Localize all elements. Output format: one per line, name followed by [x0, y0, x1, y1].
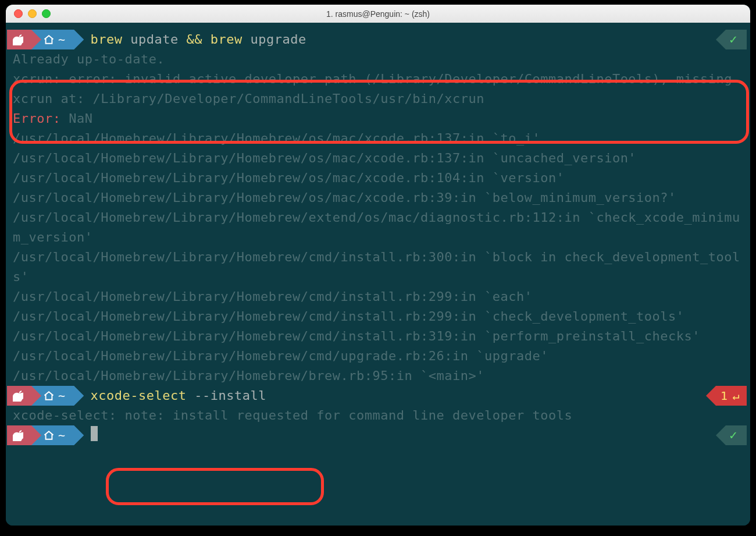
output-xcode-note: xcode-select: note: install requested fo…	[6, 406, 750, 425]
prompt-tilde: ~	[58, 425, 66, 445]
home-icon	[43, 429, 55, 441]
minimize-icon[interactable]	[28, 9, 37, 18]
prompt-path-segment: ~	[31, 30, 74, 49]
return-icon: ↵	[732, 386, 740, 406]
trace-line: /usr/local/Homebrew/Library/Homebrew/cmd…	[6, 326, 750, 346]
output-error-nan: Error: NaN	[6, 109, 750, 129]
prompt-tilde: ~	[58, 386, 66, 406]
titlebar[interactable]: 1. rasmus@Penguin: ~ (zsh)	[6, 5, 750, 23]
trace-line: /usr/local/Homebrew/Library/Homebrew/os/…	[6, 168, 750, 188]
trace-line: /usr/local/Homebrew/Library/Homebrew/os/…	[6, 188, 750, 208]
prompt-os-segment	[7, 386, 31, 406]
exit-code: 1	[721, 386, 728, 406]
check-icon: ✓	[729, 425, 737, 445]
apple-icon	[13, 390, 23, 402]
trace-line: /usr/local/Homebrew/Library/Homebrew/cmd…	[6, 247, 750, 287]
close-icon[interactable]	[14, 9, 23, 18]
prompt-os-segment	[7, 30, 31, 49]
annotation-highlight-command	[106, 468, 324, 505]
prompt-os-segment	[7, 425, 31, 445]
status-err: 1 ↵	[706, 386, 747, 406]
window-title: 1. rasmus@Penguin: ~ (zsh)	[326, 9, 430, 19]
apple-icon	[13, 34, 23, 45]
check-icon: ✓	[729, 30, 737, 49]
traffic-lights	[14, 9, 51, 18]
home-icon	[43, 390, 55, 402]
status-ok-1: ✓	[716, 30, 747, 49]
output-xcrun-error: xcrun: error: invalid active developer p…	[6, 69, 750, 109]
prompt-line-1: ~ brew update && brew upgrade ✓	[6, 30, 750, 49]
terminal-body[interactable]: ~ brew update && brew upgrade ✓ Already …	[6, 23, 750, 526]
screenshot-root: 1. rasmus@Penguin: ~ (zsh) ~	[0, 0, 756, 536]
home-icon	[43, 34, 55, 45]
trace-line: /usr/local/Homebrew/Library/Homebrew/os/…	[6, 129, 750, 148]
command-brew: brew update && brew upgrade	[91, 30, 306, 49]
apple-icon	[13, 429, 23, 441]
status-ok-2: ✓	[716, 425, 747, 445]
prompt-tilde: ~	[58, 30, 66, 49]
cursor	[91, 426, 98, 441]
prompt-path-segment: ~	[31, 386, 74, 406]
trace-line: /usr/local/Homebrew/Library/Homebrew/ext…	[6, 208, 750, 247]
trace-line: /usr/local/Homebrew/Library/Homebrew/cmd…	[6, 307, 750, 326]
zoom-icon[interactable]	[42, 9, 51, 18]
prompt-line-2: ~ xcode-select --install 1 ↵	[6, 386, 750, 406]
trace-line: /usr/local/Homebrew/Library/Homebrew/cmd…	[6, 346, 750, 366]
trace-line: /usr/local/Homebrew/Library/Homebrew/cmd…	[6, 287, 750, 307]
output-already: Already up-to-date.	[6, 49, 750, 69]
command-input[interactable]	[91, 425, 98, 445]
prompt-path-segment: ~	[31, 425, 74, 445]
terminal-window: 1. rasmus@Penguin: ~ (zsh) ~	[6, 5, 750, 526]
prompt-line-3[interactable]: ~ ✓	[6, 425, 750, 445]
trace-line: /usr/local/Homebrew/Library/Homebrew/bre…	[6, 366, 750, 386]
trace-line: /usr/local/Homebrew/Library/Homebrew/os/…	[6, 148, 750, 168]
command-xcode-select: xcode-select --install	[91, 386, 266, 406]
